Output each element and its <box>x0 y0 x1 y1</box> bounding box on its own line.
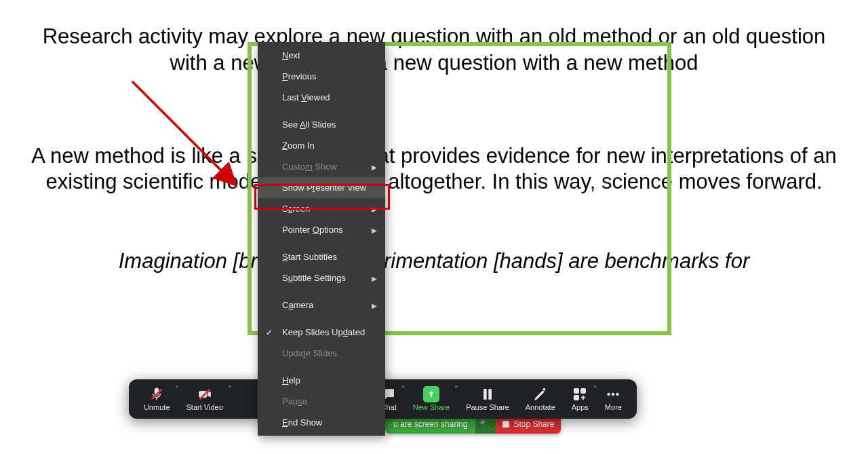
slide-paragraph-1: Research activity may explore a new ques… <box>27 24 841 77</box>
menu-item-keep-slides-updated[interactable]: ✓Keep Slides Updated <box>258 322 385 343</box>
slide-paragraph-3: Imagination [brain] and experimentation … <box>27 248 841 275</box>
menu-item-help[interactable]: Help <box>258 370 385 391</box>
svg-rect-7 <box>574 389 578 393</box>
apps-label: Apps <box>572 403 589 411</box>
shield-mini-icon: 🛡 <box>488 420 496 428</box>
more-label: More <box>605 403 622 411</box>
microphone-muted-icon <box>149 387 164 402</box>
chevron-right-icon: ▶ <box>372 205 377 212</box>
more-icon <box>606 387 620 402</box>
slide-paragraph-2: A new method is like a second eye that p… <box>27 143 841 196</box>
menu-item-see-all-slides[interactable]: See All Slides <box>258 114 385 135</box>
menu-item-zoom-in[interactable]: Zoom In <box>258 135 385 156</box>
menu-item-show-presenter-view[interactable]: Show Presenter View <box>258 177 385 198</box>
svg-rect-8 <box>581 389 585 393</box>
annotate-button[interactable]: Annotate <box>517 379 564 419</box>
chevron-right-icon: ▶ <box>372 274 377 282</box>
menu-item-update-slides: Update Slides <box>258 343 385 364</box>
check-icon: ✓ <box>266 328 273 337</box>
stop-share-label: Stop Share <box>513 419 554 429</box>
new-share-button[interactable]: New Share ⌃ <box>405 379 458 419</box>
pencil-icon <box>533 387 548 402</box>
chevron-up-icon[interactable]: ⌃ <box>227 385 233 392</box>
svg-point-11 <box>612 393 615 396</box>
menu-item-end-show[interactable]: End Show <box>258 412 385 433</box>
svg-rect-9 <box>574 396 578 400</box>
annotate-label: Annotate <box>526 403 555 411</box>
menu-item-screen[interactable]: Screen ▶ <box>258 198 385 219</box>
video-off-icon <box>197 387 212 402</box>
upload-arrow-icon <box>423 386 439 402</box>
menu-item-pause: Pause <box>258 391 385 412</box>
menu-item-previous[interactable]: Previous <box>258 66 385 87</box>
menu-item-pointer-options[interactable]: Pointer Options ▶ <box>258 219 385 240</box>
more-button[interactable]: More <box>597 379 630 419</box>
unmute-label: Unmute <box>144 403 170 411</box>
svg-point-10 <box>608 393 610 396</box>
chevron-right-icon: ▶ <box>372 163 377 170</box>
menu-item-last-viewed[interactable]: Last Viewed <box>258 87 385 108</box>
microphone-mini-icon: 🎤 <box>476 420 486 429</box>
pause-share-button[interactable]: Pause Share <box>458 379 517 419</box>
menu-item-next[interactable]: Next <box>258 45 385 66</box>
slideshow-context-menu[interactable]: Next Previous Last Viewed See All Slides… <box>258 42 385 436</box>
pause-share-label: Pause Share <box>466 403 509 411</box>
menu-item-camera[interactable]: Camera ▶ <box>258 295 385 316</box>
menu-item-subtitle-settings[interactable]: Subtitle Settings ▶ <box>258 267 385 288</box>
svg-rect-5 <box>484 390 486 400</box>
menu-item-start-subtitles[interactable]: Start Subtitles <box>258 246 385 267</box>
stop-icon <box>502 421 509 428</box>
new-share-label: New Share <box>413 403 450 411</box>
menu-item-custom-show: Custom Show ▶ <box>258 156 385 177</box>
pause-icon <box>480 387 495 402</box>
start-video-button[interactable]: Start Video ⌃ <box>178 379 231 419</box>
chevron-right-icon: ▶ <box>372 301 377 309</box>
svg-rect-6 <box>489 390 492 400</box>
start-video-label: Start Video <box>186 403 223 411</box>
apps-button[interactable]: Apps ⌃ <box>564 379 597 419</box>
apps-icon <box>572 387 587 402</box>
unmute-button[interactable]: Unmute ⌃ <box>136 379 178 419</box>
svg-point-12 <box>616 393 619 396</box>
chevron-right-icon: ▶ <box>372 226 377 233</box>
